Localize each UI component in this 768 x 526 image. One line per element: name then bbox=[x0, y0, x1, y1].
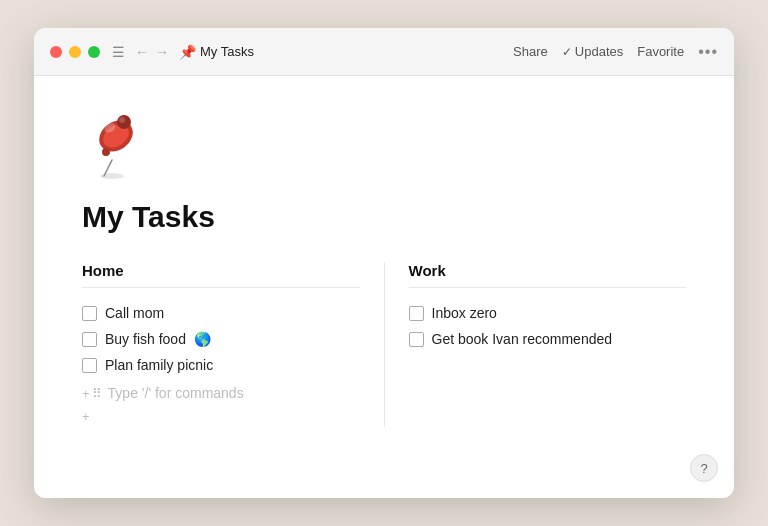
forward-arrow-icon[interactable]: → bbox=[155, 44, 169, 60]
task-item: Inbox zero bbox=[409, 300, 687, 326]
favorite-button[interactable]: Favorite bbox=[637, 44, 684, 59]
pin-icon: 📌 bbox=[179, 44, 196, 60]
task-label: Buy fish food bbox=[105, 331, 186, 347]
task-emoji: 🌎 bbox=[194, 331, 211, 347]
svg-point-7 bbox=[119, 117, 125, 123]
maximize-button[interactable] bbox=[88, 46, 100, 58]
task-checkbox[interactable] bbox=[409, 332, 424, 347]
add-task-icons: + ⠿ bbox=[82, 386, 102, 401]
task-label: Plan family picnic bbox=[105, 357, 213, 373]
traffic-lights bbox=[50, 46, 100, 58]
column-home: Home Call mom Buy fish food 🌎 bbox=[82, 262, 385, 427]
task-item: Get book Ivan recommended bbox=[409, 326, 687, 352]
nav-buttons: ← → bbox=[135, 44, 169, 60]
task-item: Plan family picnic bbox=[82, 352, 360, 378]
back-arrow-icon[interactable]: ← bbox=[135, 44, 149, 60]
updates-check-icon: ✓ bbox=[562, 45, 572, 59]
task-item: Buy fish food 🌎 bbox=[82, 326, 360, 352]
help-button[interactable]: ? bbox=[690, 454, 718, 482]
updates-button[interactable]: ✓ Updates bbox=[562, 44, 623, 59]
titlebar: ☰ ← → 📌 My Tasks Share ✓ Updates Favorit… bbox=[34, 28, 734, 76]
task-label: Get book Ivan recommended bbox=[432, 331, 613, 347]
plus-icon: + bbox=[82, 409, 90, 424]
svg-point-5 bbox=[102, 148, 110, 156]
task-checkbox[interactable] bbox=[82, 306, 97, 321]
content-area: My Tasks Home Call mom Buy fish food 🌎 bbox=[34, 76, 734, 498]
task-label: Call mom bbox=[105, 305, 164, 321]
column-home-header: Home bbox=[82, 262, 360, 288]
add-extra-button[interactable]: + bbox=[82, 406, 360, 427]
more-options-button[interactable]: ••• bbox=[698, 43, 718, 61]
task-label: Inbox zero bbox=[432, 305, 497, 321]
hamburger-icon[interactable]: ☰ bbox=[112, 44, 125, 60]
page-icon bbox=[82, 108, 146, 180]
columns-container: Home Call mom Buy fish food 🌎 bbox=[82, 262, 686, 427]
task-item: Call mom bbox=[82, 300, 360, 326]
task-checkbox[interactable] bbox=[82, 358, 97, 373]
drag-icon: ⠿ bbox=[92, 386, 102, 401]
titlebar-actions: Share ✓ Updates Favorite ••• bbox=[513, 43, 718, 61]
add-placeholder: Type '/' for commands bbox=[108, 385, 244, 401]
task-checkbox[interactable] bbox=[82, 332, 97, 347]
column-work: Work Inbox zero Get book Ivan recommende… bbox=[385, 262, 687, 427]
page-title: My Tasks bbox=[82, 200, 686, 234]
close-button[interactable] bbox=[50, 46, 62, 58]
share-button[interactable]: Share bbox=[513, 44, 548, 59]
work-task-list: Inbox zero Get book Ivan recommended bbox=[409, 300, 687, 352]
column-work-header: Work bbox=[409, 262, 687, 288]
add-task-row[interactable]: + ⠿ Type '/' for commands bbox=[82, 380, 360, 406]
add-icon: + bbox=[82, 386, 90, 401]
task-checkbox[interactable] bbox=[409, 306, 424, 321]
minimize-button[interactable] bbox=[69, 46, 81, 58]
main-window: ☰ ← → 📌 My Tasks Share ✓ Updates Favorit… bbox=[34, 28, 734, 498]
page-title-bar: My Tasks bbox=[200, 44, 513, 59]
home-task-list: Call mom Buy fish food 🌎 Plan family pic… bbox=[82, 300, 360, 427]
